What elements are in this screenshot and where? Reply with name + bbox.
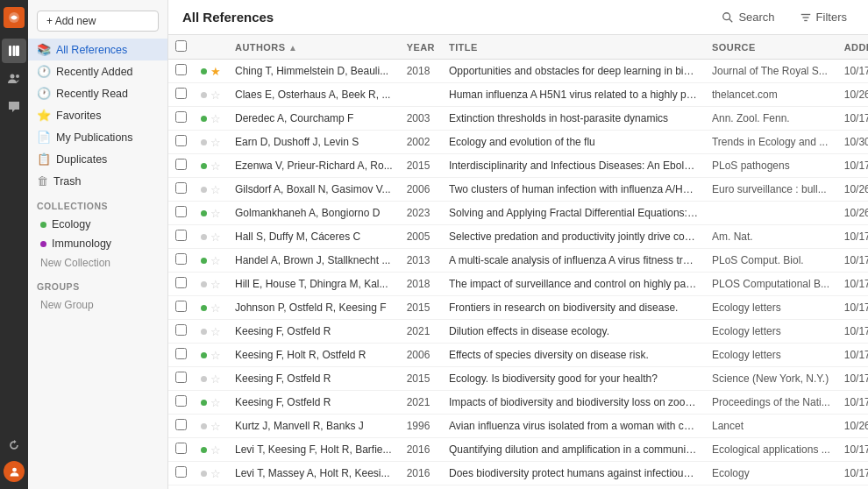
icon-refresh[interactable] xyxy=(2,433,26,457)
row-added: 10/17/2023 xyxy=(837,367,868,391)
row-checkbox[interactable] xyxy=(175,348,187,359)
row-checkbox-cell[interactable] xyxy=(168,438,194,462)
row-checkbox[interactable] xyxy=(175,182,187,194)
row-authors: Ezenwa V, Prieur-Richard A, Ro... xyxy=(228,154,400,178)
col-added[interactable]: ADDED xyxy=(837,35,868,60)
row-checkbox[interactable] xyxy=(175,64,187,75)
sidebar-item-ecology[interactable]: Ecology xyxy=(28,215,167,234)
star-toggle[interactable]: ☆ xyxy=(210,278,221,291)
row-checkbox[interactable] xyxy=(175,111,187,123)
star-toggle[interactable]: ☆ xyxy=(210,230,221,244)
star-toggle[interactable]: ☆ xyxy=(210,207,221,220)
row-checkbox[interactable] xyxy=(175,301,187,312)
star-toggle[interactable]: ☆ xyxy=(210,396,221,409)
search-button[interactable]: Search xyxy=(715,7,781,27)
app-logo[interactable] xyxy=(4,7,25,28)
row-checkbox[interactable] xyxy=(175,466,187,478)
icon-user[interactable] xyxy=(4,461,25,482)
row-checkbox[interactable] xyxy=(175,419,187,430)
star-toggle[interactable]: ☆ xyxy=(210,349,221,362)
status-dot xyxy=(201,305,207,311)
row-checkbox[interactable] xyxy=(175,443,187,454)
row-authors: Ching T, Himmelstein D, Beauli... xyxy=(228,60,400,83)
row-checkbox-cell[interactable] xyxy=(168,178,194,202)
sidebar-item-immunology[interactable]: Immunology xyxy=(28,234,167,253)
row-checkbox-cell[interactable] xyxy=(168,225,194,249)
row-checkbox[interactable] xyxy=(175,277,187,288)
row-checkbox[interactable] xyxy=(175,88,187,99)
icon-people[interactable] xyxy=(2,67,26,91)
col-year[interactable]: YEAR xyxy=(400,35,442,60)
col-source[interactable]: SOURCE xyxy=(705,35,837,60)
star-toggle[interactable]: ☆ xyxy=(210,89,221,102)
row-checkbox-cell[interactable] xyxy=(168,485,194,490)
row-added: 10/26/2023 xyxy=(837,178,868,202)
star-toggle[interactable]: ☆ xyxy=(210,159,221,173)
row-checkbox[interactable] xyxy=(175,395,187,407)
sidebar-item-my-publications[interactable]: 📄 My Publications xyxy=(28,126,167,148)
star-toggle[interactable]: ☆ xyxy=(210,254,221,267)
icon-library[interactable] xyxy=(2,39,26,63)
star-toggle[interactable]: ☆ xyxy=(210,467,221,480)
svg-point-7 xyxy=(723,12,730,19)
row-checkbox-cell[interactable] xyxy=(168,462,194,485)
row-year: 2003 xyxy=(400,107,442,131)
row-checkbox[interactable] xyxy=(175,206,187,217)
row-checkbox[interactable] xyxy=(175,230,187,241)
sidebar-item-recently-read[interactable]: 🕐 Recently Read xyxy=(28,82,167,104)
row-checkbox-cell[interactable] xyxy=(168,202,194,225)
new-collection-link[interactable]: New Collection xyxy=(28,253,167,273)
col-authors[interactable]: AUTHORS ▲ xyxy=(228,35,400,60)
star-toggle[interactable]: ☆ xyxy=(210,443,221,457)
star-toggle[interactable]: ☆ xyxy=(210,136,221,149)
status-dot xyxy=(201,423,207,429)
main-content: All References Search Filters AUTHORS ▲ … xyxy=(168,0,868,489)
row-checkbox[interactable] xyxy=(175,372,187,383)
ecology-dot xyxy=(40,222,46,228)
star-toggle[interactable]: ☆ xyxy=(210,183,221,196)
row-checkbox-cell[interactable] xyxy=(168,154,194,178)
filters-button[interactable]: Filters xyxy=(793,7,854,27)
row-checkbox[interactable] xyxy=(175,324,187,336)
sidebar-item-all-references[interactable]: 📚 All References xyxy=(28,39,167,60)
row-added: 10/17/2023 xyxy=(837,60,868,83)
row-year: 2006 xyxy=(400,178,442,202)
status-dot xyxy=(201,447,207,453)
icon-chat[interactable] xyxy=(2,95,26,119)
star-toggle[interactable]: ★ xyxy=(210,65,221,78)
row-checkbox-cell[interactable] xyxy=(168,131,194,154)
star-toggle[interactable]: ☆ xyxy=(210,420,221,433)
row-checkbox-cell[interactable] xyxy=(168,249,194,273)
sidebar-item-duplicates[interactable]: 📋 Duplicates xyxy=(28,148,167,170)
sidebar-item-favorites[interactable]: ⭐ Favorites xyxy=(28,104,167,126)
star-toggle[interactable]: ☆ xyxy=(210,301,221,315)
star-toggle[interactable]: ☆ xyxy=(210,325,221,338)
row-checkbox-cell[interactable] xyxy=(168,344,194,367)
row-checkbox-cell[interactable] xyxy=(168,320,194,344)
row-checkbox-cell[interactable] xyxy=(168,296,194,320)
star-toggle[interactable]: ☆ xyxy=(210,112,221,125)
row-added: 10/17/2023 xyxy=(837,438,868,462)
table-row: ☆ Johnson P, Ostfeld R, Keesing F 2015 F… xyxy=(168,296,868,320)
row-checkbox-cell[interactable] xyxy=(168,415,194,438)
row-star-dot-cell: ☆ xyxy=(194,296,228,320)
col-title[interactable]: TITLE xyxy=(442,35,705,60)
star-toggle[interactable]: ☆ xyxy=(210,372,221,386)
sidebar-item-trash[interactable]: 🗑 Trash xyxy=(28,170,167,192)
row-checkbox[interactable] xyxy=(175,253,187,265)
row-checkbox-cell[interactable] xyxy=(168,273,194,296)
page-title: All References xyxy=(182,10,274,25)
row-year: 2005 xyxy=(400,225,442,249)
select-all-checkbox[interactable] xyxy=(175,40,187,52)
row-checkbox-cell[interactable] xyxy=(168,107,194,131)
row-checkbox[interactable] xyxy=(175,135,187,146)
row-checkbox-cell[interactable] xyxy=(168,83,194,107)
row-checkbox-cell[interactable] xyxy=(168,60,194,83)
sidebar-item-recently-added[interactable]: 🕐 Recently Added xyxy=(28,60,167,82)
new-group-link[interactable]: New Group xyxy=(28,295,167,315)
row-star-dot-cell: ☆ xyxy=(194,462,228,485)
row-checkbox-cell[interactable] xyxy=(168,367,194,391)
row-checkbox[interactable] xyxy=(175,159,187,170)
add-new-button[interactable]: + Add new xyxy=(37,11,159,32)
row-checkbox-cell[interactable] xyxy=(168,391,194,415)
